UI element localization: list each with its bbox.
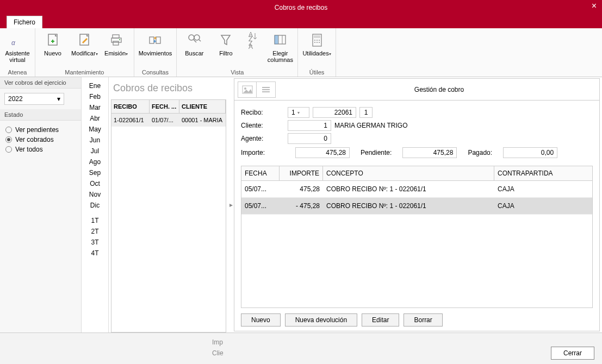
svg-text:A: A xyxy=(249,43,253,49)
radio-icon xyxy=(5,136,12,143)
nueva-devolucion-button[interactable]: Nueva devolución xyxy=(285,313,357,327)
svg-line-14 xyxy=(199,40,201,41)
recibos-table: RECIBO FECH. ... CLIENTE 1-022061/1 01/0… xyxy=(111,99,226,332)
search-icon xyxy=(185,32,203,49)
year-selector[interactable]: 2022 ▾ xyxy=(4,93,64,105)
svg-rect-20 xyxy=(275,35,278,44)
recibo-serie-field[interactable]: 1 xyxy=(288,107,309,118)
window-title: Cobros de recibos xyxy=(275,4,327,11)
nuevo-mov-button[interactable]: Nuevo xyxy=(241,313,281,327)
table-row[interactable]: 05/07... 475,28 COBRO RECIBO Nº: 1 - 022… xyxy=(241,181,592,198)
table-row[interactable]: 05/07... - 475,28 COBRO RECIBO Nº: 1 - 0… xyxy=(241,198,592,215)
label-cliente: Cliente: xyxy=(241,122,284,129)
label-importe: Importe: xyxy=(241,149,284,156)
editar-button[interactable]: Editar xyxy=(362,313,399,327)
filter-icon xyxy=(217,32,234,49)
month-feb[interactable]: Feb xyxy=(82,91,108,102)
asistente-virtual-button[interactable]: α Asistente virtual xyxy=(4,30,30,63)
ribbon-group-utiles: Utilidades Útiles xyxy=(298,28,336,77)
svg-rect-5 xyxy=(113,35,119,38)
recibo-num-field[interactable]: 22061 xyxy=(313,107,356,118)
left-panel: Ver cobros del ejercicio 2022 ▾ Estado V… xyxy=(0,77,82,332)
nuevo-button[interactable]: Nuevo xyxy=(40,30,66,57)
label-recibo: Recibo: xyxy=(241,109,284,116)
action-buttons: Nuevo Nueva devolución Editar Borrar xyxy=(234,311,599,331)
list-view-icon[interactable] xyxy=(257,82,275,97)
recibos-list-panel: Cobros de recibos RECIBO FECH. ... CLIEN… xyxy=(109,77,228,332)
quarter-4t[interactable]: 4T xyxy=(82,248,108,259)
radio-icon xyxy=(5,146,12,153)
close-icon[interactable]: × xyxy=(592,1,597,11)
tab-fichero[interactable]: Fichero xyxy=(7,16,42,28)
movimientos-button[interactable]: Movimientos xyxy=(139,30,172,57)
label-agente: Agente: xyxy=(241,135,284,142)
radio-todos[interactable]: Ver todos xyxy=(5,146,76,153)
month-ago[interactable]: Ago xyxy=(82,156,108,167)
cliente-code-field[interactable]: 1 xyxy=(288,120,331,131)
detail-panel: Gestión de cobro Recibo: 1 22061 1 Clien… xyxy=(234,78,600,331)
month-ene[interactable]: Ene xyxy=(82,80,108,91)
svg-point-11 xyxy=(189,35,194,40)
ribbon-group-mantenimiento: Nuevo Modificar Emisión Mantenimiento xyxy=(35,28,134,77)
svg-point-30 xyxy=(319,42,320,43)
month-jun[interactable]: Jun xyxy=(82,135,108,146)
quarter-1t[interactable]: 1T xyxy=(82,215,108,226)
utilidades-button[interactable]: Utilidades xyxy=(302,30,331,57)
pendiente-field[interactable]: 475,28 xyxy=(402,147,457,158)
ribbon-group-consultas: Movimientos Consultas xyxy=(134,28,177,77)
col-recibo[interactable]: RECIBO xyxy=(111,100,150,113)
footer: Imp Clie Cerrar xyxy=(0,332,602,364)
month-mar[interactable]: Mar xyxy=(82,102,108,113)
elegir-columnas-button[interactable]: Elegir columnas xyxy=(267,30,293,63)
movements-icon xyxy=(147,32,164,49)
new-document-icon xyxy=(44,32,61,49)
col-fecha[interactable]: FECH. ... xyxy=(150,100,179,113)
ribbon: α Asistente virtual Atenea Nuevo Modific… xyxy=(0,28,602,77)
month-dic[interactable]: Dic xyxy=(82,200,108,211)
quarter-3t[interactable]: 3T xyxy=(82,237,108,248)
columns-icon xyxy=(271,32,289,49)
importe-field[interactable]: 475,28 xyxy=(295,147,350,158)
mid-title: Cobros de recibos xyxy=(109,77,228,99)
ribbon-group-vista: Buscar Filtro AZZA Elegir columnas Vista xyxy=(177,28,298,77)
col-mov-contrapartida[interactable]: CONTRAPARTIDA xyxy=(494,166,592,180)
quarter-2t[interactable]: 2T xyxy=(82,226,108,237)
month-oct[interactable]: Oct xyxy=(82,178,108,189)
left-header-estado: Estado xyxy=(0,109,81,121)
table-row[interactable]: 1-022061/1 01/07/... 00001 - MARIA xyxy=(111,114,226,127)
pagado-field[interactable]: 0,00 xyxy=(503,147,557,158)
borrar-button[interactable]: Borrar xyxy=(404,313,442,327)
tab-strip: Fichero xyxy=(0,15,602,28)
view-switcher[interactable] xyxy=(238,81,276,98)
cliente-name: MARIA GERMAN TRIGO xyxy=(334,122,407,129)
modificar-button[interactable]: Modificar xyxy=(71,30,98,57)
image-view-icon[interactable] xyxy=(238,82,257,97)
emision-button[interactable]: Emisión xyxy=(103,30,129,57)
splitter-handle[interactable]: ▸ xyxy=(228,77,234,332)
sort-buttons[interactable]: AZZA xyxy=(244,30,262,49)
month-may[interactable]: May xyxy=(82,124,108,135)
radio-pendientes[interactable]: Ver pendientes xyxy=(5,126,76,134)
col-mov-fecha[interactable]: FECHA xyxy=(241,166,280,180)
col-mov-importe[interactable]: IMPORTE xyxy=(280,166,323,180)
filtro-button[interactable]: Filtro xyxy=(213,30,239,57)
workspace: Ver cobros del ejercicio 2022 ▾ Estado V… xyxy=(0,77,602,332)
recibo-sub-field[interactable]: 1 xyxy=(359,107,373,118)
movements-table: FECHA IMPORTE CONCEPTO CONTRAPARTIDA 05/… xyxy=(241,166,593,308)
label-pendiente: Pendiente: xyxy=(361,149,392,156)
col-mov-concepto[interactable]: CONCEPTO xyxy=(323,166,494,180)
buscar-button[interactable]: Buscar xyxy=(181,30,207,57)
svg-rect-7 xyxy=(113,41,119,45)
svg-point-27 xyxy=(319,40,320,41)
radio-cobrados[interactable]: Ver cobrados xyxy=(5,136,76,143)
radio-icon xyxy=(5,127,12,133)
col-cliente[interactable]: CLIENTE xyxy=(179,100,226,113)
agente-field[interactable]: 0 xyxy=(288,133,331,144)
cerrar-button[interactable]: Cerrar xyxy=(551,347,594,360)
month-abr[interactable]: Abr xyxy=(82,113,108,124)
month-sep[interactable]: Sep xyxy=(82,167,108,178)
footer-clie-text: Clie xyxy=(212,349,224,357)
month-jul[interactable]: Jul xyxy=(82,146,108,156)
svg-point-8 xyxy=(119,39,120,40)
month-nov[interactable]: Nov xyxy=(82,189,108,200)
